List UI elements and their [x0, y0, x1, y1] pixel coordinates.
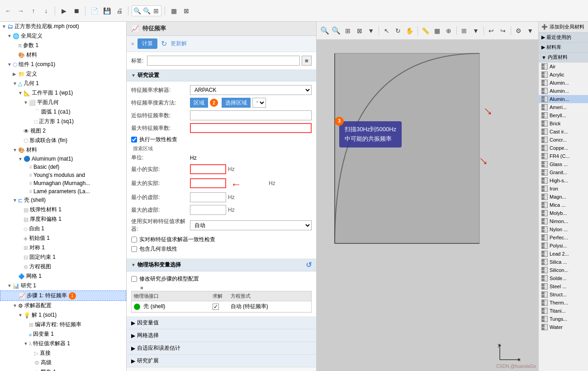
include-nonlinear-checkbox[interactable]	[131, 246, 137, 252]
print-btn[interactable]: 🖨	[114, 5, 125, 16]
recent-section-header[interactable]: ▶ 最近使用的	[539, 33, 588, 43]
material-item[interactable]: Magn...	[539, 193, 588, 201]
max-imag-input[interactable]: 0	[190, 205, 226, 215]
material-item[interactable]: Polysi...	[539, 242, 588, 250]
tree-fixed1[interactable]: ⊟ 固定约束 1	[0, 252, 126, 262]
material-item[interactable]: Titani...	[539, 307, 588, 315]
modify-config-checkbox[interactable]	[131, 276, 137, 282]
material-item[interactable]: Molyb...	[539, 209, 588, 217]
tree-plane-geom[interactable]: ▼ ⬜ 平面几何	[0, 98, 126, 107]
material-item[interactable]: Perfec...	[539, 233, 588, 242]
canvas-select-btn[interactable]: ↖	[381, 25, 392, 36]
tree-geom1[interactable]: ▼ △ 几何 1	[0, 79, 126, 88]
grid-btn[interactable]: ▦	[168, 5, 179, 16]
tree-linear-mat[interactable]: ▤ 线弹性材料 1	[0, 205, 126, 214]
canvas-zoom-in[interactable]: 🔍	[319, 25, 330, 36]
calc-button[interactable]: 计算	[138, 38, 157, 49]
material-item[interactable]: Nylon ...	[539, 225, 588, 233]
material-item[interactable]: Solde...	[539, 274, 588, 282]
tree-ca1[interactable]: ⌒ 圆弧 1 (ca1)	[0, 107, 126, 117]
select-region-btn[interactable]: 选择区域	[222, 98, 251, 108]
tree-compile[interactable]: ⊞ 编译方程: 特征频率	[0, 320, 126, 329]
material-item[interactable]: FR4 (C...	[539, 152, 588, 160]
material-item[interactable]: Coppe...	[539, 144, 588, 152]
study-ext-header[interactable]: ▶ 研究扩展	[127, 355, 316, 367]
canvas-zoom-fit[interactable]: ⊞	[342, 25, 353, 36]
zoom-out-btn[interactable]: 🔍	[142, 6, 151, 15]
tree-basic[interactable]: ≡ Basic (def)	[0, 163, 126, 171]
material-item[interactable]: Silicon...	[539, 266, 588, 274]
label-input[interactable]: 特征频率	[147, 56, 300, 66]
new-btn[interactable]: 📄	[89, 5, 100, 16]
material-item[interactable]: Granit...	[539, 168, 588, 176]
tree-step1[interactable]: 📈 步骤 1: 特征频率 1	[0, 290, 126, 301]
down-btn[interactable]: ↓	[41, 5, 52, 16]
max-count-input[interactable]: 5000	[190, 123, 312, 133]
tree-params[interactable]: π 参数 1	[0, 41, 126, 50]
canvas-zoom-out[interactable]: 🔍	[331, 25, 342, 36]
material-item[interactable]: Alumin...	[539, 79, 588, 87]
tree-eqview[interactable]: ⊜ 方程视图	[0, 262, 126, 271]
material-item[interactable]: Mica ...	[539, 201, 588, 209]
mesh-select-header[interactable]: ▶ 网格选择	[127, 329, 316, 342]
material-item[interactable]: Air	[539, 62, 588, 71]
stop-btn[interactable]: ⏹	[71, 5, 82, 16]
tree-view2[interactable]: 👁 视图 2	[0, 126, 126, 136]
tree-wp1[interactable]: ▼ 📐 工作平面 1 (wp1)	[0, 88, 126, 98]
tree-sol1[interactable]: ▼ 💡 解 1 (sol1)	[0, 310, 126, 320]
tree-root[interactable]: ▼ 🗂 正方形壳拉尼板.mph (root)	[0, 22, 126, 31]
tree-warning1[interactable]: ⚠ 警告 1	[0, 367, 126, 371]
material-item[interactable]: Steel ...	[539, 282, 588, 290]
label-action-btn[interactable]: ≡	[302, 56, 312, 66]
study-settings-header[interactable]: ▼ 研究设置	[127, 70, 316, 81]
canvas-rotate-btn[interactable]: ↻	[393, 25, 404, 36]
material-item[interactable]: Cast ir...	[539, 128, 588, 136]
material-item[interactable]: Beryll...	[539, 111, 588, 119]
canvas-3d-btn[interactable]: ⊞	[459, 25, 469, 36]
material-item[interactable]: Water	[539, 323, 588, 331]
physics-reset-icon[interactable]: ↺	[306, 261, 312, 269]
update-button[interactable]: 更新解	[171, 40, 187, 48]
canvas-view-dropdown[interactable]: ▼	[470, 25, 481, 36]
canvas-axis-btn[interactable]: ⊕	[443, 25, 454, 36]
material-item[interactable]: Tungs...	[539, 315, 588, 323]
canvas-ruler-btn[interactable]: 📏	[420, 25, 431, 36]
region-dropdown[interactable]: ▼	[252, 98, 266, 108]
near-count-input[interactable]: 30	[190, 110, 312, 120]
physics-header[interactable]: ▼ 物理场和变量选择 ↺	[127, 259, 316, 271]
tree-symm1[interactable]: ⊞ 对称 1	[0, 243, 126, 252]
material-item[interactable]: Glass ...	[539, 160, 588, 168]
material-item[interactable]: Struct...	[539, 290, 588, 299]
tree-depvar1[interactable]: 𝑢 因变量 1	[0, 329, 126, 339]
tree-direct[interactable]: ▷ 直接	[0, 348, 126, 358]
run-btn[interactable]: ▶	[58, 5, 69, 16]
tree-lame[interactable]: ≡ Lamé parameters (La...	[0, 187, 126, 195]
zoom-in-btn[interactable]: 🔍	[133, 6, 142, 15]
library-section-header[interactable]: ▶ 材料库	[539, 43, 588, 52]
tree-free1[interactable]: ◇ 自由 1	[0, 224, 126, 233]
material-item[interactable]: Iron	[539, 185, 588, 193]
min-imag-input[interactable]: 0	[190, 192, 226, 202]
back-btn[interactable]: ←	[3, 5, 14, 16]
consistency-checkbox2[interactable]	[131, 237, 137, 243]
adaptive-header[interactable]: ▶ 自适应和误差估计	[127, 342, 316, 354]
canvas-settings-dropdown[interactable]: ▼	[525, 25, 536, 36]
material-item[interactable]: Brick	[539, 119, 588, 128]
canvas-grid-btn[interactable]: ▦	[432, 25, 442, 36]
canvas-redo-btn[interactable]: ↪	[498, 25, 508, 36]
tree-shell[interactable]: ▼ ⊏ 壳 (shell)	[0, 195, 126, 205]
material-item[interactable]: Therm...	[539, 299, 588, 307]
save-btn[interactable]: 💾	[101, 5, 112, 16]
tree-eigen-solver1[interactable]: ▼ λ 特征值求解器 1	[0, 339, 126, 348]
canvas-settings-btn[interactable]: ⚙	[513, 25, 524, 36]
consistency-checkbox[interactable]	[131, 137, 137, 143]
builtin-section-header[interactable]: ▼ 内置材料	[539, 52, 588, 62]
region-btn[interactable]: 区域	[190, 98, 208, 108]
tree-sq1[interactable]: □ 正方形 1 (sq1)	[0, 117, 126, 126]
tree-solver-config[interactable]: ▼ ⚙ 求解器配置	[0, 301, 126, 310]
canvas-zoom-select[interactable]: ⊠	[354, 25, 365, 36]
tree-mat1[interactable]: ▼ 🔵 Aluminum (mat1)	[0, 155, 126, 163]
zoom-fit-btn[interactable]: ⊞	[152, 6, 161, 15]
tree-comp1[interactable]: ▼ ⬡ 组件 1 (comp1)	[0, 60, 126, 69]
min-real-input[interactable]: 30	[190, 164, 226, 174]
